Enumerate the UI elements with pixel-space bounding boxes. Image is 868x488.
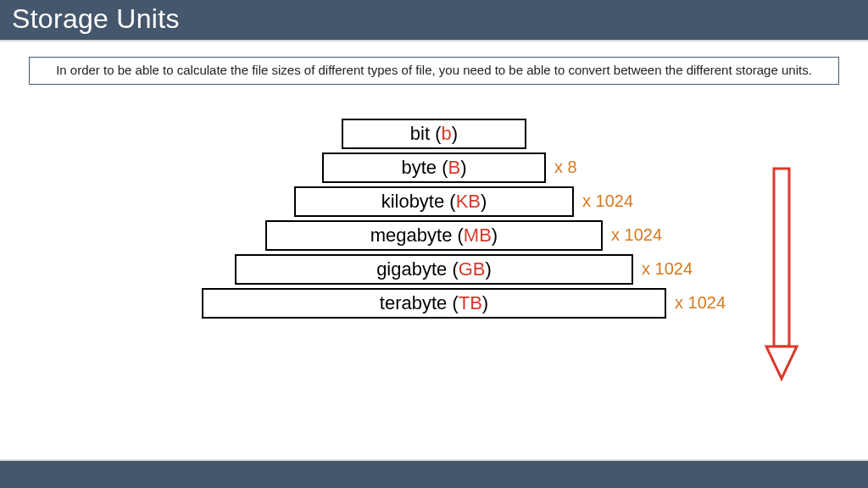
intro-box: In order to be able to calculate the fil… <box>29 57 839 85</box>
intro-text: In order to be able to calculate the fil… <box>56 63 812 77</box>
multiplier-label: x 1024 <box>675 293 726 313</box>
level-name: bit <box>410 123 435 144</box>
level-name: megabyte <box>370 225 458 246</box>
divider <box>0 40 868 42</box>
multiplier-label: x 1024 <box>582 191 633 211</box>
level-gb: gigabyte (GB) <box>235 254 633 285</box>
level-abbr: KB <box>456 191 481 212</box>
slide: Storage Units In order to be able to cal… <box>0 0 868 488</box>
level-name: gigabyte <box>376 258 452 280</box>
title-bar: Storage Units <box>0 0 868 40</box>
svg-rect-0 <box>774 169 789 347</box>
level-name: terabyte <box>380 292 453 313</box>
level-b: bit (b) <box>342 119 526 149</box>
level-abbr: GB <box>459 258 486 280</box>
level-mb: megabyte (MB) <box>265 220 603 251</box>
multiplier-label: x 1024 <box>642 259 693 279</box>
multiplier-label: x 1024 <box>611 225 662 245</box>
pyramid-area: bit (b)byte (B)x 8kilobyte (KB)x 1024meg… <box>0 102 868 441</box>
level-name: kilobyte <box>381 191 450 212</box>
level-b: byte (B) <box>322 152 546 183</box>
page-title: Storage Units <box>12 3 180 34</box>
level-abbr: MB <box>464 225 492 246</box>
svg-marker-1 <box>766 347 797 379</box>
multiplier-label: x 8 <box>554 158 577 177</box>
level-abbr: B <box>448 157 461 178</box>
level-tb: terabyte (TB) <box>202 288 666 319</box>
level-abbr: b <box>442 123 452 144</box>
level-kb: kilobyte (KB) <box>294 186 574 217</box>
footer-bar <box>0 461 868 488</box>
down-arrow-icon <box>763 167 800 382</box>
level-abbr: TB <box>459 292 482 313</box>
level-name: byte <box>401 157 442 178</box>
